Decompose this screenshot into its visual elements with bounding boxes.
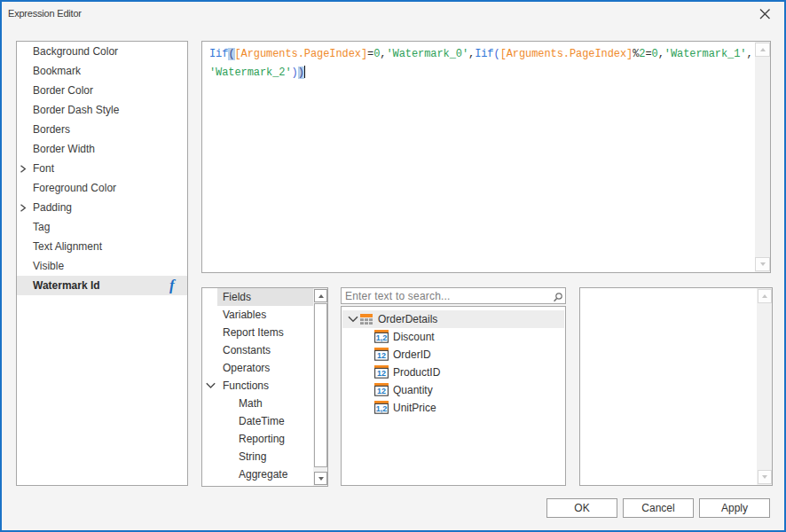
svg-text:12: 12	[377, 351, 386, 360]
svg-text:1,2: 1,2	[376, 404, 388, 413]
svg-text:1,2: 1,2	[376, 333, 388, 342]
svg-text:12: 12	[377, 369, 386, 378]
svg-text:12: 12	[377, 387, 386, 395]
